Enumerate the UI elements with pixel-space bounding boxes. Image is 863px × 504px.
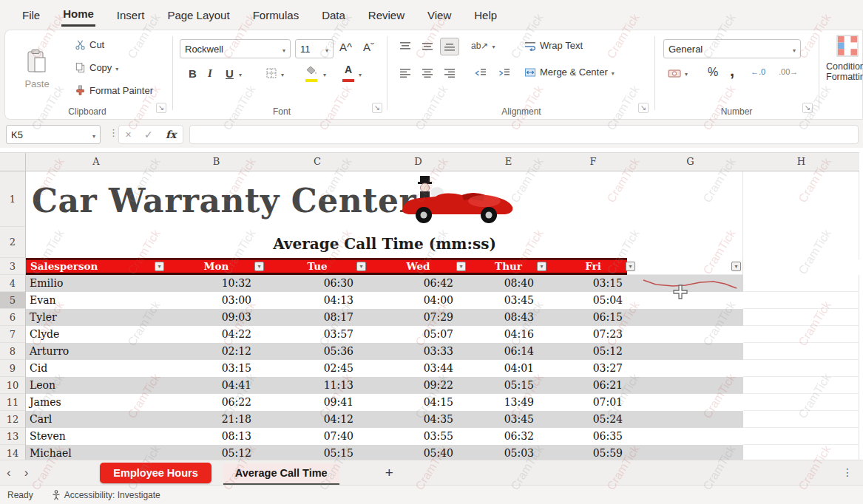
table-header-cell[interactable]: Fri — [549, 260, 637, 273]
cell-thur[interactable]: 08:40 — [468, 275, 549, 292]
underline-button[interactable]: U — [226, 67, 234, 80]
row-header[interactable]: 12 — [0, 411, 25, 428]
cell-salesperson[interactable]: Leon — [26, 377, 166, 394]
cell-trend[interactable] — [637, 445, 743, 460]
bold-button[interactable]: B — [189, 67, 197, 80]
cell-mon[interactable]: 04:41 — [166, 377, 266, 394]
table-row[interactable]: Leon 04:41 11:13 09:22 05:15 06:21 — [26, 377, 859, 394]
accessibility-status[interactable]: Accessibility: Investigate — [51, 490, 160, 500]
cell-wed[interactable]: 04:15 — [368, 394, 468, 411]
table-row[interactable]: Steven 08:13 07:40 03:55 06:32 06:35 — [26, 428, 859, 445]
cell-salesperson[interactable]: Clyde — [26, 326, 166, 343]
empty-cell[interactable] — [743, 394, 859, 411]
menu-tab[interactable]: Insert — [115, 3, 146, 26]
cell-fri[interactable]: 03:27 — [549, 360, 637, 377]
column-header[interactable]: H — [743, 153, 859, 171]
menu-tab[interactable]: Home — [61, 1, 95, 27]
font-color-chevron-icon[interactable] — [359, 72, 362, 78]
fill-color-chevron-icon[interactable] — [323, 72, 326, 78]
menu-tab[interactable]: View — [426, 3, 453, 26]
sheet-tab-employee-hours[interactable]: Employee Hours — [100, 463, 211, 483]
column-header[interactable]: B — [166, 153, 266, 171]
row-header[interactable]: 2 — [0, 227, 25, 258]
column-header[interactable]: A — [26, 153, 166, 171]
cell-trend[interactable] — [637, 292, 743, 309]
increase-indent-button[interactable] — [495, 64, 514, 82]
menu-tab[interactable]: Data — [320, 3, 347, 26]
table-header-cell[interactable]: Trend — [637, 260, 743, 273]
filter-button[interactable] — [537, 262, 546, 271]
formula-input[interactable] — [189, 125, 859, 144]
clipboard-dialog-launcher-icon[interactable]: ↘ — [156, 103, 166, 113]
cell-tue[interactable]: 03:57 — [266, 326, 368, 343]
empty-cell[interactable] — [743, 275, 859, 292]
empty-cell[interactable] — [743, 377, 859, 394]
cell-trend[interactable] — [637, 411, 743, 428]
table-row[interactable]: Cid 03:15 02:45 03:44 04:01 03:27 — [26, 360, 859, 377]
sheet-subtitle[interactable]: Average Call Time (mm:ss) — [26, 227, 743, 258]
cell-tue[interactable]: 04:12 — [266, 411, 368, 428]
cell-fri[interactable]: 03:15 — [549, 275, 637, 292]
font-dialog-launcher-icon[interactable]: ↘ — [372, 103, 382, 113]
increase-decimal-button[interactable]: ←.0 — [751, 67, 765, 76]
row-header[interactable]: 3 — [0, 258, 25, 275]
merge-center-chevron-icon[interactable] — [612, 67, 615, 78]
enter-icon[interactable]: ✓ — [144, 129, 153, 140]
format-painter-button[interactable]: Format Painter — [75, 85, 153, 96]
row-header[interactable]: 8 — [0, 343, 25, 360]
cell-thur[interactable]: 08:43 — [468, 309, 549, 326]
cell-tue[interactable]: 04:13 — [266, 292, 368, 309]
row-header[interactable]: 4 — [0, 275, 25, 292]
filter-button[interactable] — [155, 262, 164, 271]
empty-cell[interactable] — [743, 343, 859, 360]
font-color-button[interactable]: A — [342, 65, 354, 82]
align-right-button[interactable] — [440, 64, 459, 82]
table-header-cell[interactable]: Wed — [368, 260, 468, 273]
column-header[interactable]: G — [637, 153, 743, 171]
cell-mon[interactable]: 08:13 — [166, 428, 266, 445]
table-row[interactable]: Tyler 09:03 08:17 07:29 08:43 06:15 — [26, 309, 859, 326]
number-format-select[interactable]: General — [663, 39, 801, 58]
menu-tab[interactable]: File — [21, 3, 41, 26]
cell-wed[interactable]: 03:33 — [368, 343, 468, 360]
cell-trend[interactable] — [637, 428, 743, 445]
cell-salesperson[interactable]: Evan — [26, 292, 166, 309]
row-header[interactable]: 7 — [0, 326, 25, 343]
cell-trend[interactable] — [637, 377, 743, 394]
row-header[interactable]: 9 — [0, 360, 25, 377]
cell-fri[interactable]: 07:01 — [549, 394, 637, 411]
paste-button[interactable]: Paste — [13, 35, 61, 103]
table-row[interactable]: Carl 21:18 04:12 04:35 03:45 05:24 — [26, 411, 859, 428]
filter-button[interactable] — [731, 262, 741, 271]
cell-mon[interactable]: 02:12 — [166, 343, 266, 360]
cell-fri[interactable]: 07:23 — [549, 326, 637, 343]
cell-tue[interactable]: 05:36 — [266, 343, 368, 360]
borders-button[interactable] — [265, 67, 284, 79]
insert-function-icon[interactable]: fx — [166, 129, 176, 140]
menu-tab[interactable]: Formulas — [251, 3, 301, 26]
row-header[interactable]: 13 — [0, 428, 25, 445]
cell-trend[interactable] — [637, 394, 743, 411]
decrease-font-size-button[interactable]: Aˇ — [363, 41, 374, 53]
cell-salesperson[interactable]: Tyler — [26, 309, 166, 326]
cell-mon[interactable]: 03:00 — [166, 292, 266, 309]
menu-tab[interactable]: Help — [473, 3, 498, 26]
name-box[interactable]: K5 — [6, 125, 101, 144]
empty-cell[interactable] — [743, 411, 859, 428]
font-size-select[interactable]: 11 — [295, 39, 334, 58]
middle-align-button[interactable] — [418, 38, 437, 55]
cell-fri[interactable]: 05:59 — [549, 445, 637, 460]
cancel-icon[interactable]: × — [126, 129, 132, 140]
cell-thur[interactable]: 13:49 — [468, 394, 549, 411]
filter-button[interactable] — [456, 262, 466, 271]
select-all-corner[interactable] — [0, 153, 26, 171]
bottom-align-button[interactable] — [440, 38, 459, 55]
cell-thur[interactable]: 06:32 — [468, 428, 549, 445]
cell-thur[interactable]: 06:14 — [468, 343, 549, 360]
fill-color-button[interactable] — [305, 66, 317, 82]
cell-wed[interactable]: 03:44 — [368, 360, 468, 377]
top-align-button[interactable] — [396, 38, 415, 55]
table-header-cell[interactable]: Mon — [166, 260, 266, 273]
column-header[interactable]: D — [368, 153, 468, 171]
cell-thur[interactable]: 05:03 — [468, 445, 549, 460]
